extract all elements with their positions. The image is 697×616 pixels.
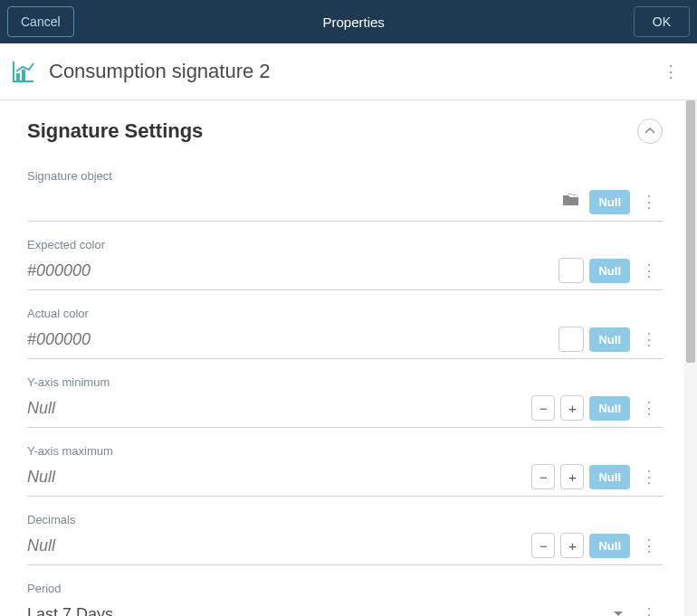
page-menu-kebab[interactable]: ⋮	[655, 58, 686, 85]
chevron-up-icon	[644, 128, 655, 135]
field-row: − + Null ⋮	[27, 530, 663, 561]
minus-button[interactable]: −	[531, 533, 555, 558]
field-controls: Null ⋮	[559, 189, 663, 214]
scrollbar-thumb[interactable]	[686, 100, 695, 363]
section-header: Signature Settings	[27, 118, 663, 144]
field-yaxis-min: Y-axis minimum − + Null ⋮	[27, 375, 663, 428]
section-title: Signature Settings	[27, 119, 203, 143]
plus-button[interactable]: +	[560, 464, 584, 489]
page-title: Consumption signature 2	[49, 60, 655, 83]
collapse-button[interactable]	[637, 118, 663, 144]
field-row: Last 7 Days ⋮	[27, 599, 663, 616]
decimals-input[interactable]	[27, 536, 531, 555]
field-kebab-icon[interactable]: ⋮	[635, 327, 663, 351]
field-controls: − + Null ⋮	[531, 533, 663, 558]
field-controls: − + Null ⋮	[531, 395, 663, 421]
period-select[interactable]: Last 7 Days	[27, 605, 606, 617]
svg-rect-0	[16, 73, 20, 81]
null-button[interactable]: Null	[589, 534, 630, 558]
field-kebab-icon[interactable]: ⋮	[635, 534, 663, 557]
field-row: Null ⋮	[27, 186, 663, 217]
minus-button[interactable]: −	[531, 464, 555, 489]
null-button[interactable]: Null	[589, 465, 630, 489]
cancel-button[interactable]: Cancel	[7, 6, 74, 37]
field-controls: − + Null ⋮	[531, 464, 663, 489]
field-decimals: Decimals − + Null ⋮	[27, 513, 663, 565]
field-expected-color: Expected color Null ⋮	[27, 238, 663, 290]
null-button[interactable]: Null	[589, 327, 630, 352]
field-row: Null ⋮	[27, 255, 663, 286]
content-wrapper: Signature Settings Signature object Null…	[0, 100, 697, 616]
field-label: Signature object	[27, 169, 663, 183]
scrollbar-track[interactable]	[684, 100, 697, 616]
field-row: Null ⋮	[27, 324, 663, 355]
header-bar: Cancel Properties OK	[0, 0, 697, 43]
null-button[interactable]: Null	[589, 396, 630, 421]
field-yaxis-max: Y-axis maximum − + Null ⋮	[27, 444, 663, 497]
yaxis-max-input[interactable]	[27, 468, 531, 487]
field-row: − + Null ⋮	[27, 393, 663, 423]
chevron-down-icon[interactable]	[606, 602, 630, 616]
field-kebab-icon[interactable]: ⋮	[635, 602, 663, 616]
chart-icon	[11, 59, 36, 84]
header-title: Properties	[322, 14, 384, 30]
field-kebab-icon[interactable]: ⋮	[635, 396, 663, 420]
scroll-area: Signature Settings Signature object Null…	[0, 100, 684, 616]
plus-button[interactable]: +	[560, 533, 584, 558]
field-label: Y-axis minimum	[27, 375, 663, 389]
field-controls: Null ⋮	[559, 327, 663, 352]
yaxis-min-input[interactable]	[27, 399, 531, 418]
field-controls: Null ⋮	[559, 258, 663, 283]
ok-button[interactable]: OK	[634, 6, 690, 37]
field-period: Period Last 7 Days ⋮	[27, 582, 663, 616]
field-kebab-icon[interactable]: ⋮	[635, 465, 663, 488]
folder-icon[interactable]	[559, 189, 584, 214]
field-kebab-icon[interactable]: ⋮	[635, 259, 663, 282]
field-row: − + Null ⋮	[27, 461, 663, 492]
null-button[interactable]: Null	[589, 259, 630, 283]
actual-color-input[interactable]	[27, 330, 559, 349]
minus-button[interactable]: −	[531, 395, 555, 421]
color-swatch[interactable]	[559, 258, 584, 283]
signature-object-input[interactable]	[27, 193, 559, 212]
null-button[interactable]: Null	[589, 190, 630, 214]
field-label: Decimals	[27, 513, 663, 526]
field-actual-color: Actual color Null ⋮	[27, 307, 663, 359]
field-kebab-icon[interactable]: ⋮	[635, 190, 663, 213]
title-row: Consumption signature 2 ⋮	[0, 43, 697, 100]
color-swatch[interactable]	[559, 327, 584, 352]
svg-rect-1	[22, 70, 25, 81]
field-signature-object: Signature object Null ⋮	[27, 169, 663, 222]
field-label: Period	[27, 582, 663, 595]
field-label: Actual color	[27, 307, 663, 320]
expected-color-input[interactable]	[27, 261, 559, 280]
field-label: Y-axis maximum	[27, 444, 663, 458]
field-label: Expected color	[27, 238, 663, 251]
plus-button[interactable]: +	[560, 395, 584, 421]
field-controls: ⋮	[606, 602, 663, 616]
